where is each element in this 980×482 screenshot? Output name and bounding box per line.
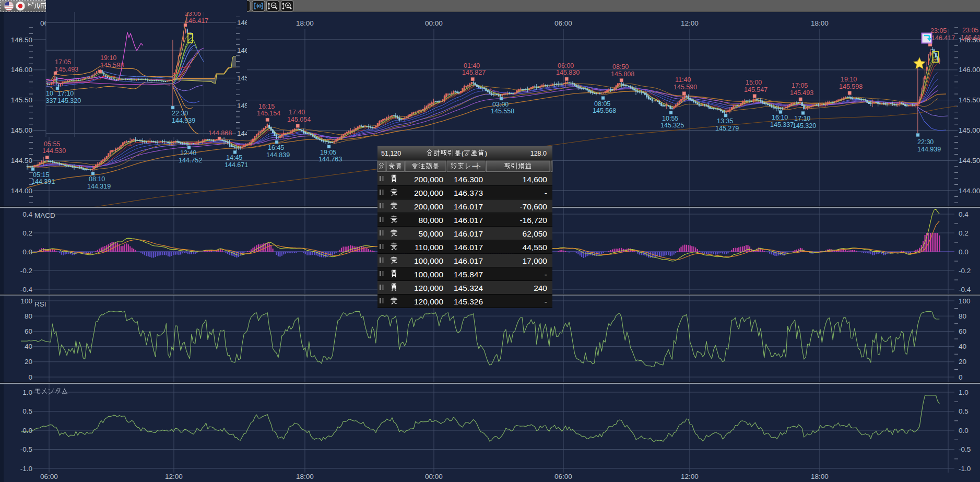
svg-text:06:00: 06:00 — [40, 473, 58, 480]
svg-text:1.0: 1.0 — [959, 389, 969, 396]
svg-text:22:30: 22:30 — [917, 138, 934, 146]
svg-text:145.320: 145.320 — [793, 122, 816, 130]
svg-text:100: 100 — [959, 297, 971, 305]
svg-text:144.839: 144.839 — [266, 151, 290, 159]
svg-text:12:00: 12:00 — [165, 473, 183, 480]
svg-text:0.2: 0.2 — [22, 229, 32, 237]
svg-text:0.4: 0.4 — [959, 210, 969, 218]
svg-text:05:55: 05:55 — [44, 140, 60, 148]
svg-text:RSI: RSI — [34, 300, 46, 308]
svg-text:146.300: 146.300 — [454, 175, 483, 184]
svg-text:60: 60 — [25, 327, 32, 335]
svg-text:20: 20 — [959, 358, 966, 366]
svg-text:1.0: 1.0 — [22, 389, 32, 396]
svg-text:12:40: 12:40 — [180, 149, 196, 157]
svg-text:11:40: 11:40 — [675, 76, 691, 84]
svg-text:0: 0 — [28, 373, 32, 381]
svg-text:-1.0: -1.0 — [20, 465, 32, 473]
svg-text:146.417: 146.417 — [185, 17, 208, 25]
svg-text:144.671: 144.671 — [225, 161, 248, 169]
svg-text:144.50: 144.50 — [959, 157, 980, 164]
svg-text:19:10: 19:10 — [841, 76, 857, 83]
svg-text:-70,600: -70,600 — [519, 202, 547, 211]
svg-text:120,000: 120,000 — [414, 297, 443, 306]
svg-text:144.939: 144.939 — [917, 146, 941, 153]
svg-text:15:00: 15:00 — [746, 79, 762, 86]
svg-text:146.00: 146.00 — [11, 66, 32, 74]
svg-text:10:55: 10:55 — [662, 115, 678, 122]
svg-text:145.808: 145.808 — [611, 70, 634, 78]
svg-text:80: 80 — [25, 312, 32, 320]
svg-text:146.50: 146.50 — [11, 36, 32, 44]
svg-text:145.558: 145.558 — [491, 108, 514, 115]
svg-text:200,000: 200,000 — [414, 202, 443, 211]
svg-text:0.0: 0.0 — [959, 248, 969, 256]
svg-text:144.319: 144.319 — [87, 183, 111, 190]
svg-text:145.830: 145.830 — [556, 69, 580, 76]
svg-text:16:10: 16:10 — [772, 114, 788, 121]
svg-text:-: - — [545, 189, 547, 197]
svg-text:0.0: 0.0 — [22, 427, 32, 434]
svg-text:144.391: 144.391 — [31, 178, 55, 185]
svg-text:100,000: 100,000 — [414, 256, 443, 265]
svg-text:-0.5: -0.5 — [959, 445, 971, 453]
svg-text:05:15: 05:15 — [33, 171, 49, 179]
svg-text:18:00: 18:00 — [811, 473, 829, 480]
svg-text:120,000: 120,000 — [414, 284, 443, 292]
svg-text:146.017: 146.017 — [454, 229, 483, 238]
svg-text:MACD: MACD — [34, 211, 55, 219]
svg-text:10: 10 — [46, 90, 53, 97]
svg-text:240: 240 — [534, 284, 547, 292]
svg-text:08:05: 08:05 — [594, 100, 610, 108]
svg-text:146.017: 146.017 — [454, 202, 483, 211]
svg-text:145.324: 145.324 — [454, 284, 483, 292]
svg-text:17:40: 17:40 — [289, 109, 305, 116]
svg-text:-0.4: -0.4 — [20, 286, 33, 293]
svg-text:-: - — [545, 297, 547, 306]
svg-text:144.763: 144.763 — [318, 156, 342, 163]
svg-text:19:05: 19:05 — [320, 149, 336, 156]
svg-text:145.827: 145.827 — [462, 69, 486, 76]
svg-text:146.417: 146.417 — [931, 34, 955, 42]
svg-text:16:15: 16:15 — [258, 103, 275, 110]
svg-text:146.00: 146.00 — [959, 66, 980, 74]
svg-text:145.326: 145.326 — [454, 297, 483, 306]
svg-text:146.017: 146.017 — [454, 243, 483, 252]
svg-text:00:00: 00:00 — [425, 19, 443, 27]
svg-text:): ) — [485, 150, 487, 157]
svg-text:144.530: 144.530 — [42, 147, 66, 155]
svg-text:145.50: 145.50 — [11, 96, 32, 104]
svg-text:145.598: 145.598 — [100, 62, 124, 69]
svg-text:14,600: 14,600 — [523, 175, 548, 184]
svg-text:03:00: 03:00 — [492, 101, 509, 108]
svg-text:17,000: 17,000 — [523, 256, 548, 265]
svg-text:145.00: 145.00 — [959, 126, 980, 134]
svg-text:13:35: 13:35 — [717, 117, 733, 125]
svg-text:80,000: 80,000 — [419, 216, 444, 225]
svg-text:-16,720: -16,720 — [519, 216, 547, 225]
svg-text:08:10: 08:10 — [89, 175, 105, 183]
svg-text:146.017: 146.017 — [454, 256, 483, 265]
svg-text:144.00: 144.00 — [11, 187, 32, 195]
svg-text:12:00: 12:00 — [681, 19, 699, 27]
svg-text:0.0: 0.0 — [22, 248, 32, 256]
svg-text:146.373: 146.373 — [454, 189, 483, 197]
svg-text:110,000: 110,000 — [415, 243, 443, 252]
svg-text:80: 80 — [959, 312, 966, 320]
svg-text:145.279: 145.279 — [715, 125, 739, 132]
svg-text:146.417: 146.417 — [961, 34, 980, 41]
svg-text:144.50: 144.50 — [11, 157, 32, 164]
svg-text:12:00: 12:00 — [681, 473, 699, 480]
svg-text:23:05: 23:05 — [930, 27, 947, 34]
svg-text:145.547: 145.547 — [744, 86, 768, 93]
svg-text:18:00: 18:00 — [296, 473, 314, 480]
svg-text:145.320: 145.320 — [57, 97, 81, 104]
svg-text:16:45: 16:45 — [268, 144, 284, 151]
svg-text:-0.4: -0.4 — [959, 286, 971, 293]
svg-text:06:00: 06:00 — [558, 62, 574, 69]
svg-text:145.847: 145.847 — [454, 270, 483, 279]
svg-text:18:00: 18:00 — [296, 19, 314, 27]
svg-text:145.493: 145.493 — [790, 89, 813, 97]
svg-text:145.154: 145.154 — [257, 110, 280, 117]
svg-text:144.939: 144.939 — [172, 117, 195, 124]
